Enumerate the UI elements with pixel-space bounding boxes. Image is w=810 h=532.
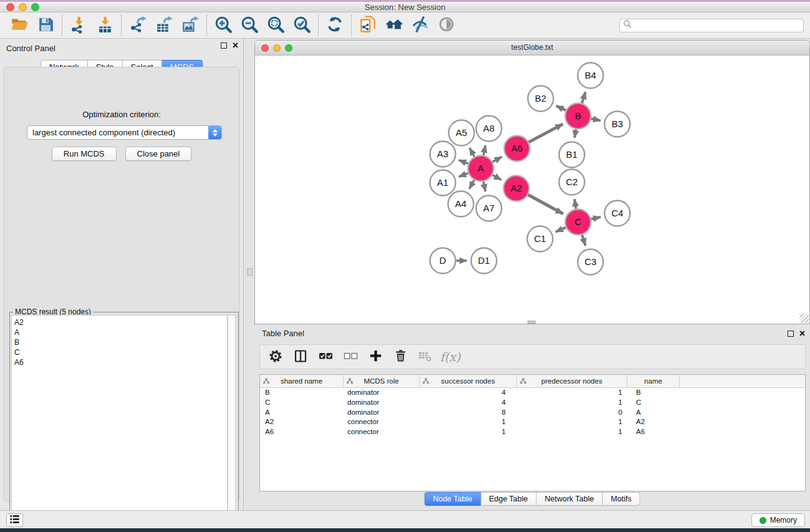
table-row[interactable]: A6connector11A6 xyxy=(260,427,805,437)
mcds-result-item[interactable]: C xyxy=(14,347,227,357)
criterion-select[interactable]: largest connected component (directed) xyxy=(27,125,222,140)
new-network-from-selection-button[interactable] xyxy=(355,14,381,37)
graph-node-label: A7 xyxy=(483,203,494,213)
network-canvas[interactable]: B4B2BB3A5A8A6A3B1AA1C2A2A4A7C4CC1DD1C3 xyxy=(255,56,809,324)
run-mcds-button[interactable]: Run MCDS xyxy=(52,147,117,161)
graph-edge-A-A7[interactable] xyxy=(483,181,485,191)
graph-edge-A-A8[interactable] xyxy=(483,145,485,155)
toolbar-separator xyxy=(318,15,319,36)
save-floppy-icon xyxy=(37,16,54,35)
graph-edge-C-C3[interactable] xyxy=(582,235,585,246)
graph-edge-A6-B[interactable] xyxy=(529,124,563,142)
column-header-predecessor-nodes[interactable]: predecessor nodes xyxy=(517,375,627,387)
column-type-icon xyxy=(520,378,526,385)
mcds-result-item[interactable]: A6 xyxy=(14,357,227,367)
close-panel-button[interactable]: Close panel xyxy=(125,147,192,161)
tab-motifs[interactable]: Motifs xyxy=(602,492,640,506)
column-header-MCDS-role[interactable]: MCDS role xyxy=(344,375,420,387)
select-all-columns-button[interactable] xyxy=(316,347,335,367)
graph-node-label: A6 xyxy=(511,143,523,153)
export-image-icon xyxy=(181,16,200,36)
graph-node-label: A3 xyxy=(437,148,448,159)
table-row[interactable]: Adominator80A xyxy=(260,408,805,418)
delete-column-button[interactable] xyxy=(391,347,410,367)
graph-edge-C-C2[interactable] xyxy=(574,199,576,209)
mcds-result-list[interactable]: A2ABCA6 xyxy=(11,315,228,526)
tab-node-table[interactable]: Node Table xyxy=(424,492,481,506)
create-column-button[interactable] xyxy=(366,347,385,367)
mcds-result-item[interactable]: A2 xyxy=(14,317,227,327)
duplicate-network-icon xyxy=(359,15,377,36)
table-row[interactable]: Bdominator41B xyxy=(260,388,805,398)
task-history-button[interactable] xyxy=(6,513,23,527)
tab-network-table[interactable]: Network Table xyxy=(537,492,603,506)
table-cell: A xyxy=(260,408,344,418)
canvas-horizontal-scrollbar[interactable] xyxy=(528,321,536,324)
graph-edge-B-B4[interactable] xyxy=(582,92,586,103)
export-table-button[interactable] xyxy=(151,14,177,37)
graph-edge-A-A6[interactable] xyxy=(493,157,502,162)
toolbar-separator xyxy=(62,15,62,36)
zoom-selected-button[interactable] xyxy=(289,14,315,37)
home-button[interactable] xyxy=(381,14,407,37)
graph-edge-B-B3[interactable] xyxy=(591,118,600,120)
table-body: Bdominator41BCdominator41CAdominator80AA… xyxy=(260,388,805,437)
deselect-all-columns-button[interactable] xyxy=(341,347,360,367)
graph-edge-C-C1[interactable] xyxy=(556,228,566,232)
network-graph[interactable]: B4B2BB3A5A8A6A3B1AA1C2A2A4A7C4CC1DD1C3 xyxy=(255,56,809,324)
show-details-button[interactable] xyxy=(433,14,460,37)
criterion-selected-value: largest connected component (directed) xyxy=(27,128,208,137)
memory-status-icon xyxy=(759,517,766,524)
hide-details-button[interactable] xyxy=(407,14,433,37)
graph-edge-B-B1[interactable] xyxy=(574,129,576,138)
mcds-result-item[interactable]: A xyxy=(14,327,227,337)
resize-grip[interactable] xyxy=(799,314,809,323)
open-session-button[interactable] xyxy=(6,14,32,37)
table-cell: B xyxy=(260,388,344,398)
zoom-in-button[interactable] xyxy=(210,14,236,37)
graph-edge-C-C4[interactable] xyxy=(591,217,600,219)
graph-node-label: A2 xyxy=(511,183,522,193)
fx-icon: f(x) xyxy=(440,350,461,364)
graph-edge-A-A1[interactable] xyxy=(459,173,468,177)
table-cell: B xyxy=(627,388,680,398)
main-toolbar xyxy=(0,12,810,39)
float-panel-icon[interactable] xyxy=(221,42,227,49)
eye-icon xyxy=(438,16,455,35)
export-image-button[interactable] xyxy=(177,14,203,37)
import-table-button[interactable] xyxy=(92,14,118,37)
tab-edge-table[interactable]: Edge Table xyxy=(481,492,536,506)
float-panel-icon[interactable] xyxy=(788,331,794,337)
table-row[interactable]: Cdominator41C xyxy=(260,398,805,408)
graph-edge-A-A3[interactable] xyxy=(459,160,468,164)
column-header-successor-nodes[interactable]: successor nodes xyxy=(420,375,517,387)
table-settings-button[interactable] xyxy=(266,347,285,367)
import-network-button[interactable] xyxy=(65,14,92,37)
table-cell: 1 xyxy=(517,388,627,398)
mcds-result-item[interactable]: B xyxy=(14,337,227,347)
memory-button[interactable]: Memory xyxy=(751,513,805,527)
show-columns-button[interactable] xyxy=(291,347,310,367)
zoom-out-button[interactable] xyxy=(236,14,263,37)
zoom-fit-button[interactable] xyxy=(263,14,289,37)
column-header-name[interactable]: name xyxy=(627,375,680,387)
table-row[interactable]: A2connector11A2 xyxy=(260,417,805,427)
result-scrollbar[interactable] xyxy=(228,315,236,526)
panel-divider-handle[interactable] xyxy=(247,268,253,276)
column-header-shared-name[interactable]: shared name xyxy=(260,375,344,387)
graph-edge-A-A2[interactable] xyxy=(493,175,501,180)
save-session-button[interactable] xyxy=(32,14,59,37)
search-input[interactable] xyxy=(632,20,803,31)
network-window-titlebar[interactable]: testGlobe.txt xyxy=(255,41,809,56)
export-network-button[interactable] xyxy=(125,14,151,37)
node-table: shared nameMCDS rolesuccessor nodesprede… xyxy=(259,374,806,491)
graph-node-label: B3 xyxy=(612,118,623,129)
table-cell: 1 xyxy=(420,427,517,437)
close-panel-icon[interactable]: × xyxy=(233,42,238,49)
graph-edge-A-A5[interactable] xyxy=(470,148,475,157)
graph-edge-A-A4[interactable] xyxy=(470,180,475,189)
refresh-layout-button[interactable] xyxy=(322,14,348,37)
graph-edge-A2-C[interactable] xyxy=(528,195,563,214)
close-panel-icon[interactable]: × xyxy=(799,331,805,337)
graph-edge-B-B2[interactable] xyxy=(556,106,566,110)
